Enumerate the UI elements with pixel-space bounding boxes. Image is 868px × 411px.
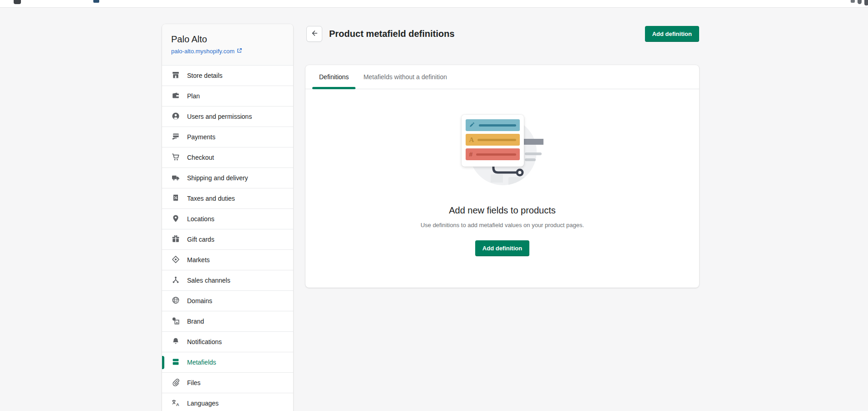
empty-state-description: Use definitions to add metafield values … — [421, 222, 584, 228]
sidebar-item-domains[interactable]: Domains — [162, 290, 293, 311]
bell-icon — [171, 337, 180, 347]
cart-icon — [171, 152, 180, 163]
markets-compass-icon — [171, 255, 180, 265]
sidebar-item-gift-cards[interactable]: Gift cards — [162, 229, 293, 249]
location-pin-icon — [171, 214, 180, 224]
sidebar-item-label: Plan — [187, 92, 200, 100]
illustration-connector — [487, 165, 528, 180]
svg-text:A: A — [176, 402, 179, 407]
tab-definitions[interactable]: Definitions — [312, 65, 356, 89]
back-button[interactable] — [306, 26, 322, 42]
sidebar-item-taxes-and-duties[interactable]: Taxes and duties — [162, 188, 293, 208]
sidebar-item-languages[interactable]: A Languages — [162, 393, 293, 411]
metafields-empty-illustration: A # — [462, 115, 543, 190]
sidebar-item-shipping-and-delivery[interactable]: Shipping and delivery — [162, 167, 293, 188]
user-circle-icon — [171, 112, 180, 122]
sidebar-item-label: Markets — [187, 256, 210, 264]
sidebar-item-metafields[interactable]: Metafields — [162, 352, 293, 372]
illustration-row-number: # — [466, 148, 520, 160]
sidebar-item-label: Gift cards — [187, 236, 214, 243]
empty-state: A # Add new fields to products Use defin… — [305, 89, 699, 256]
tab-metafields-without-definition[interactable]: Metafields without a definition — [356, 65, 454, 89]
store-domain-link[interactable]: palo-alto.myshopify.com — [171, 48, 242, 55]
gift-icon — [171, 234, 180, 245]
metafields-card: Definitions Metafields without a definit… — [305, 65, 699, 288]
sidebar-item-label: Files — [187, 379, 201, 386]
illustration-row-text: A — [466, 134, 520, 146]
illustration-field-line — [477, 139, 516, 141]
tax-receipt-icon — [171, 193, 180, 204]
sidebar-item-locations[interactable]: Locations — [162, 208, 293, 229]
topbar — [0, 0, 868, 8]
illustration-field-line — [476, 153, 516, 156]
globe-icon — [171, 296, 180, 306]
sidebar-item-notifications[interactable]: Notifications — [162, 331, 293, 352]
brand-shapes-icon — [171, 316, 180, 327]
sidebar-item-label: Brand — [187, 318, 204, 325]
sidebar-item-markets[interactable]: Markets — [162, 249, 293, 270]
sidebar-item-label: Checkout — [187, 154, 214, 161]
active-indicator — [162, 356, 164, 369]
sidebar-item-sales-channels[interactable]: Sales channels — [162, 270, 293, 290]
sidebar-item-label: Sales channels — [187, 277, 230, 284]
illustration-gray-line — [525, 158, 536, 161]
add-definition-button-empty-state[interactable]: Add definition — [475, 240, 529, 256]
sidebar-item-label: Store details — [187, 72, 223, 79]
sidebar-item-plan[interactable]: Plan — [162, 86, 293, 106]
store-domain-text: palo-alto.myshopify.com — [171, 48, 234, 55]
sidebar-item-store-details[interactable]: Store details — [162, 65, 293, 86]
illustration-gray-line — [525, 152, 542, 155]
topbar-icon-fragment — [864, 0, 868, 5]
sidebar-item-label: Taxes and duties — [187, 195, 235, 202]
sidebar-item-users-and-permissions[interactable]: Users and permissions — [162, 106, 293, 127]
sales-channels-icon — [171, 275, 180, 286]
metafields-icon — [171, 357, 180, 368]
topbar-icon-fragment — [858, 0, 862, 4]
topbar-icon-fragment — [851, 0, 855, 3]
hash-glyph: # — [469, 151, 473, 157]
sidebar-item-files[interactable]: Files — [162, 372, 293, 393]
truck-icon — [171, 173, 180, 183]
sidebar-item-brand[interactable]: Brand — [162, 311, 293, 331]
illustration-gray-bar — [523, 139, 543, 145]
sidebar-item-label: Languages — [187, 400, 218, 407]
sidebar-item-label: Shipping and delivery — [187, 174, 248, 182]
letter-a-glyph: A — [469, 137, 474, 143]
illustration-fields-card: A # — [462, 115, 524, 167]
sidebar-item-label: Locations — [187, 215, 214, 223]
wallet-icon — [171, 91, 180, 101]
sidebar-item-label: Domains — [187, 297, 212, 304]
store-name: Palo Alto — [171, 33, 284, 45]
sidebar-item-checkout[interactable]: Checkout — [162, 147, 293, 167]
illustration-field-line — [479, 124, 516, 127]
sidebar-item-label: Users and permissions — [187, 113, 252, 120]
topbar-icon-fragment — [93, 0, 99, 3]
external-link-icon — [237, 48, 242, 55]
sidebar-item-label: Payments — [187, 133, 215, 141]
tab-bar: Definitions Metafields without a definit… — [305, 65, 699, 89]
page-title: Product metafield definitions — [329, 26, 455, 42]
sidebar-item-payments[interactable]: Payments — [162, 127, 293, 147]
storefront-icon — [171, 71, 180, 81]
settings-sidebar: Palo Alto palo-alto.myshopify.com Store … — [162, 24, 293, 411]
add-definition-button-header[interactable]: Add definition — [645, 26, 699, 42]
topbar-logo-fragment-icon — [14, 0, 21, 4]
sidebar-item-label: Notifications — [187, 338, 222, 345]
payments-card-icon — [171, 132, 180, 142]
arrow-left-icon — [310, 29, 319, 39]
translate-icon: A — [171, 398, 180, 409]
illustration-row-color — [466, 119, 520, 131]
empty-state-heading: Add new fields to products — [449, 205, 556, 216]
store-header: Palo Alto palo-alto.myshopify.com — [162, 24, 293, 65]
eyedropper-icon — [469, 121, 475, 129]
sidebar-item-label: Metafields — [187, 359, 216, 366]
paperclip-icon — [171, 378, 180, 388]
